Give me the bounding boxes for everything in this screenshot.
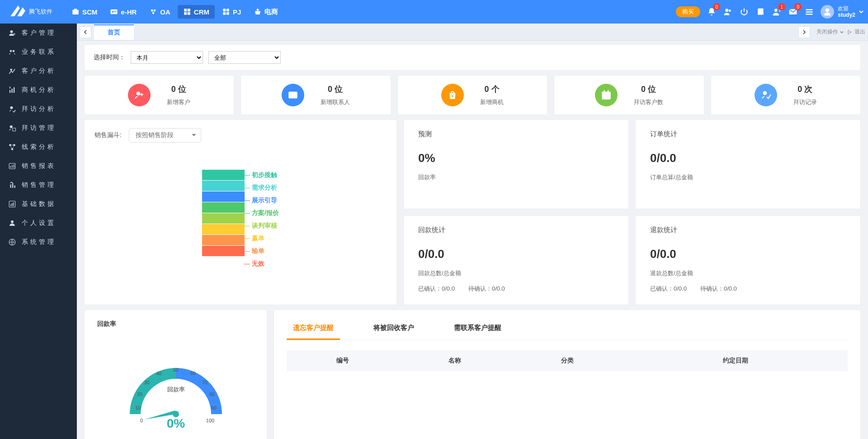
svg-rect-49 xyxy=(13,202,14,206)
svg-rect-45 xyxy=(14,186,15,188)
svg-rect-20 xyxy=(806,9,813,10)
mail-icon[interactable]: 0 xyxy=(788,7,798,17)
stat-orders: 订单统计 0/0.0 订单总算/总金额 xyxy=(635,119,861,209)
tab-scroll-left[interactable] xyxy=(80,26,91,38)
svg-text:60: 60 xyxy=(190,371,195,376)
svg-text:100: 100 xyxy=(206,418,214,423)
bell-icon[interactable]: 0 xyxy=(707,7,717,17)
kpi-value: 0 位 xyxy=(167,84,190,95)
svg-text:20: 20 xyxy=(137,391,142,397)
col-no: 编号 xyxy=(287,357,399,365)
user-menu[interactable]: 欢迎 study2 xyxy=(821,5,863,19)
sidebar-item-visit-mgmt[interactable]: 拜访管理 xyxy=(0,119,77,138)
funnel-bar xyxy=(202,213,245,224)
svg-point-26 xyxy=(10,50,12,52)
scope-select[interactable]: 全部 xyxy=(208,51,281,64)
kpi-4[interactable]: 0 次拜访记录 xyxy=(711,75,861,115)
svg-rect-4 xyxy=(114,11,117,11)
contacts-icon[interactable] xyxy=(723,7,733,17)
reminder-tab-recycle[interactable]: 将被回收客户 xyxy=(367,319,420,340)
friend-icon[interactable]: 1 xyxy=(772,7,782,17)
kpi-value: 0 位 xyxy=(634,84,663,95)
sidebar-item-lead-ana[interactable]: 线索分析 xyxy=(0,138,77,157)
svg-text:50: 50 xyxy=(173,367,178,372)
tab-exit[interactable]: 退出 xyxy=(847,28,865,36)
funnel-bars xyxy=(202,170,245,256)
mail-badge: 0 xyxy=(794,3,802,10)
funnel-bar xyxy=(202,181,245,191)
svg-point-24 xyxy=(10,30,13,33)
sidebar-item-sales-mgmt[interactable]: 销售管理 xyxy=(0,176,77,195)
svg-rect-12 xyxy=(188,12,190,15)
funnel-stage-label: 方案/报价 xyxy=(252,208,279,219)
kpi-label: 新增客户 xyxy=(167,98,190,106)
buy-button[interactable]: 购买 xyxy=(676,6,700,17)
module-switcher: SCMe-HROACRMPJ电商 xyxy=(66,5,283,19)
sidebar: 客户管理业务联系客户分析¥商机分析拜访分析拜访管理线索分析销售报表销售管理基础数… xyxy=(0,24,77,439)
svg-rect-47 xyxy=(10,204,11,206)
sidebar-item-opp-ana[interactable]: ¥商机分析 xyxy=(0,81,77,100)
kpi-icon xyxy=(595,84,618,106)
svg-text:0: 0 xyxy=(140,418,142,423)
funnel-bar xyxy=(202,170,245,180)
username: study2 xyxy=(838,12,855,18)
funnel-mode-select[interactable]: 按照销售阶段 xyxy=(129,128,201,143)
time-range-select[interactable]: 本月 xyxy=(131,51,203,64)
module-scm[interactable]: SCM xyxy=(66,5,103,19)
tabbar: 首页 关闭操作 退出 xyxy=(77,24,868,41)
svg-rect-31 xyxy=(14,87,14,93)
funnel-stage-label: 初步接触 xyxy=(252,170,279,181)
svg-text:80: 80 xyxy=(209,391,214,397)
svg-point-33 xyxy=(10,106,13,109)
welcome-text: 欢迎 xyxy=(838,5,855,12)
svg-text:¥: ¥ xyxy=(451,93,454,98)
tab-scroll-right[interactable] xyxy=(798,26,810,38)
module-ec[interactable]: 电商 xyxy=(248,5,283,19)
brand-logo[interactable]: 腾飞软件 xyxy=(5,3,52,21)
svg-point-27 xyxy=(13,50,15,52)
kpi-0[interactable]: 0 位新增客户 xyxy=(84,75,234,115)
module-crm[interactable]: CRM xyxy=(178,5,215,19)
tab-close-ops[interactable]: 关闭操作 xyxy=(816,28,844,36)
kpi-icon xyxy=(282,84,304,106)
funnel-stage-label: 无效 xyxy=(252,258,279,269)
module-oa[interactable]: OA xyxy=(144,5,176,19)
svg-point-28 xyxy=(10,69,13,71)
kpi-2[interactable]: ¥0 个新增商机 xyxy=(397,75,547,115)
kpi-3[interactable]: 0 位拜访客户数 xyxy=(554,75,704,115)
svg-rect-5 xyxy=(114,12,117,12)
sidebar-item-visit-ana[interactable]: 拜访分析 xyxy=(0,100,77,119)
sidebar-item-biz-contact[interactable]: 业务联系 xyxy=(0,43,77,62)
svg-rect-0 xyxy=(72,10,79,15)
kpi-1[interactable]: 0 位新增联系人 xyxy=(241,75,391,115)
module-ehr[interactable]: e-HR xyxy=(104,5,142,19)
funnel-bar xyxy=(202,202,245,213)
page-tab-home[interactable]: 首页 xyxy=(94,24,134,40)
book-icon[interactable] xyxy=(755,7,765,17)
svg-rect-44 xyxy=(12,183,13,188)
sidebar-item-cust-ana[interactable]: 客户分析 xyxy=(0,62,77,81)
svg-rect-1 xyxy=(74,9,77,10)
reminder-tab-forgotten[interactable]: 遗忘客户提醒 xyxy=(287,319,340,340)
brand-name: 腾飞软件 xyxy=(29,8,52,16)
sidebar-item-sys-mgmt[interactable]: 系统管理 xyxy=(0,233,77,252)
svg-text:¥: ¥ xyxy=(9,86,13,89)
module-pj[interactable]: PJ xyxy=(217,5,246,19)
reminder-tab-contact[interactable]: 需联系客户提醒 xyxy=(448,319,508,340)
sidebar-item-base-data[interactable]: 基础数据 xyxy=(0,195,77,214)
sidebar-item-cust-mgmt[interactable]: 客户管理 xyxy=(0,24,77,43)
sidebar-item-personal[interactable]: 个人设置 xyxy=(0,214,77,233)
svg-point-19 xyxy=(774,9,778,12)
funnel-labels: 初步接触需求分析展示引导方案/报价谈判审核赢单输单无效 xyxy=(252,170,279,269)
sidebar-item-sales-rpt[interactable]: 销售报表 xyxy=(0,157,77,176)
svg-point-50 xyxy=(11,220,14,223)
stat-refunds: 退款统计 0/0.0 退款总数/总金额 已确认：0/0.0 待确认：0/0.0 xyxy=(635,215,861,305)
list-icon[interactable] xyxy=(804,7,814,17)
svg-rect-48 xyxy=(12,203,13,206)
topbar: 腾飞软件 SCMe-HROACRMPJ电商 购买 0 1 0 xyxy=(0,0,868,24)
col-date: 约定日期 xyxy=(623,357,848,365)
power-icon[interactable] xyxy=(739,7,749,17)
svg-text:70: 70 xyxy=(202,380,207,385)
svg-rect-41 xyxy=(12,165,13,168)
stat-forecast: 预测 0% 回款率 xyxy=(403,119,629,209)
